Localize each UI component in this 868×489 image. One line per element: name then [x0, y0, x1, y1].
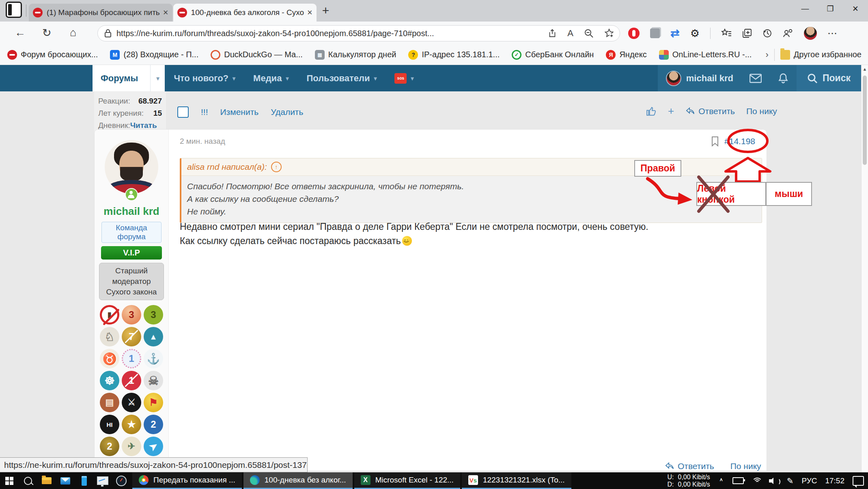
settings-more-icon[interactable]: ⋯ [827, 28, 837, 39]
tab-actions-icon[interactable] [6, 2, 22, 18]
scrollbar-thumb[interactable] [863, 76, 867, 165]
award-bull-badge[interactable]: ♉ [100, 349, 119, 368]
by-nick-link[interactable]: По нику [730, 461, 761, 471]
account-menu[interactable]: michail krd [658, 65, 741, 91]
wifi-icon[interactable] [752, 478, 761, 484]
scroll-up-icon[interactable]: ▲ [862, 67, 868, 71]
award-team-badge[interactable]: 2 [144, 415, 163, 434]
award-suitcase-badge[interactable]: ▤ [100, 393, 119, 412]
bookmark-item[interactable]: Форум бросающих... [7, 50, 98, 60]
author-avatar[interactable] [105, 140, 158, 194]
favorites-list-icon[interactable] [721, 28, 732, 38]
close-tab-icon[interactable]: × [163, 7, 168, 18]
profile-avatar[interactable] [804, 27, 817, 40]
monitor-app-icon[interactable] [93, 472, 112, 489]
award-ninja-badge[interactable]: ⚔ [122, 393, 141, 412]
inbox-button[interactable] [741, 65, 770, 91]
notification-center-icon[interactable] [853, 476, 864, 486]
bookmark-item[interactable]: ▦Калькулятор дней [315, 50, 396, 60]
bookmark-item[interactable]: DuckDuckGo — Ма... [211, 50, 303, 60]
minimize-button[interactable]: — [793, 0, 818, 17]
taskbar-app-chrome[interactable]: Передать показания ... [132, 472, 242, 489]
read-aloud-icon[interactable]: A [567, 28, 573, 39]
go-to-quote-icon[interactable]: ↑ [271, 162, 282, 172]
tray-overflow-icon[interactable]: ＾ [718, 477, 724, 485]
nav-item-users[interactable]: Пользователи▾ [297, 65, 386, 91]
award-flag-medal-badge[interactable]: ⚑ [144, 393, 163, 412]
maximize-button[interactable]: ❐ [818, 0, 843, 17]
file-explorer-icon[interactable] [37, 472, 56, 489]
telegram-icon[interactable]: ➤ [144, 437, 163, 456]
bookmark-item[interactable]: OnLine-Letters.RU -... [659, 50, 752, 60]
address-bar[interactable]: https://ne-kurim.ru/forum/threads/suxoj-… [97, 25, 620, 41]
close-tab-icon[interactable]: × [307, 7, 312, 18]
start-button[interactable] [0, 472, 19, 489]
page-scrollbar[interactable]: ▲ [861, 65, 868, 472]
back-button[interactable]: ← [15, 26, 26, 39]
delete-link[interactable]: Удалить [271, 107, 303, 117]
pen-icon[interactable]: ✎ [787, 476, 794, 486]
phone-app-icon[interactable] [75, 472, 93, 489]
clock[interactable]: 17:52 [825, 476, 844, 485]
taskbar-search-icon[interactable] [19, 472, 37, 489]
author-name[interactable]: michail krd [95, 205, 168, 218]
reply-link[interactable]: Ответить [685, 106, 735, 116]
like-icon[interactable] [646, 106, 657, 117]
collections-icon[interactable] [742, 28, 752, 38]
close-button[interactable]: ✕ [843, 0, 868, 17]
speedtest-app-icon[interactable] [112, 472, 131, 489]
bookmark-item[interactable]: ?IP-адрес 135.181.1... [408, 50, 500, 60]
post-timestamp[interactable]: 2 мин. назад [180, 137, 225, 146]
taskbar-app-wps[interactable]: Vs 12231321321.xlsx (To... [462, 472, 571, 489]
award-plane-3-badge[interactable]: ✈ [122, 437, 141, 456]
battery-icon[interactable] [732, 477, 744, 484]
award-medal-2-badge[interactable]: 2 [100, 437, 119, 456]
edit-link[interactable]: Изменить [220, 107, 259, 117]
browser-tab-1[interactable]: (1) Марафоны бросающих пить × [29, 4, 172, 22]
new-tab-button[interactable]: + [322, 4, 330, 17]
award-green-3-badge[interactable]: 3 [144, 305, 163, 325]
report-link[interactable]: !!! [201, 107, 208, 117]
award-mountain-badge[interactable]: ▲ [144, 327, 163, 346]
bookmarks-overflow-icon[interactable]: › [765, 50, 768, 60]
nav-item-forums[interactable]: Форумы ▾ [93, 65, 165, 91]
nav-item-sos[interactable]: sos▾ [386, 65, 422, 91]
award-no-alcohol-badge[interactable]: ▮ [100, 305, 119, 325]
award-ship-wheel-badge[interactable]: ☸ [100, 371, 119, 390]
award-apple-3-badge[interactable]: 3 [122, 305, 141, 325]
bookmark-item[interactable]: ✓СберБанк Онлайн [512, 50, 594, 60]
plus-reaction-icon[interactable]: + [668, 105, 674, 117]
nav-item-whats-new[interactable]: Что нового?▾ [165, 65, 244, 91]
award-gold-shield-badge[interactable]: ★ [122, 415, 141, 434]
adblock-extension-icon[interactable] [628, 28, 640, 39]
mail-app-icon[interactable] [56, 472, 75, 489]
award-hi-hand-badge[interactable]: HI [100, 415, 119, 434]
select-post-checkbox[interactable] [177, 106, 189, 118]
award-gold-cup-7-badge[interactable]: 7 [122, 327, 141, 346]
history-icon[interactable] [762, 28, 772, 38]
bookmark-icon[interactable] [711, 136, 719, 147]
extension-gear-icon[interactable]: ⚙ [690, 27, 700, 40]
award-red-goblet-1-badge[interactable]: 1 [122, 371, 141, 390]
award-figurine-badge[interactable]: ♘ [100, 327, 119, 346]
browser-essentials-icon[interactable] [783, 28, 793, 38]
bookmark-item[interactable]: M(28) Входящие - П... [110, 50, 198, 60]
favorite-star-icon[interactable] [604, 28, 614, 38]
taskbar-app-excel[interactable]: X Microsoft Excel - 122... [354, 472, 460, 489]
refresh-button[interactable]: ↻ [42, 26, 52, 39]
award-anniversary-1-badge[interactable]: 1 [122, 349, 141, 368]
award-skull-badge[interactable]: ☠ [144, 371, 163, 390]
url-text[interactable]: https://ne-kurim.ru/forum/threads/suxoj-… [116, 29, 548, 38]
award-captain-badge[interactable]: ⚓ [144, 349, 163, 368]
share-icon[interactable] [548, 29, 557, 38]
extension-cube-icon[interactable] [650, 28, 660, 38]
home-button[interactable]: ⌂ [70, 26, 76, 39]
volume-icon[interactable] [769, 477, 779, 485]
other-favorites-folder[interactable]: Другое избранное [780, 50, 862, 60]
by-nick-link[interactable]: По нику [746, 106, 777, 116]
alerts-button[interactable] [770, 65, 797, 91]
browser-tab-2[interactable]: 100-дневка без алкоголя - Сухо × [173, 4, 317, 22]
sync-extension-icon[interactable]: ⇄ [670, 27, 680, 40]
bookmark-item[interactable]: ЯЯндекс [606, 50, 646, 60]
zoom-out-icon[interactable] [584, 28, 594, 38]
